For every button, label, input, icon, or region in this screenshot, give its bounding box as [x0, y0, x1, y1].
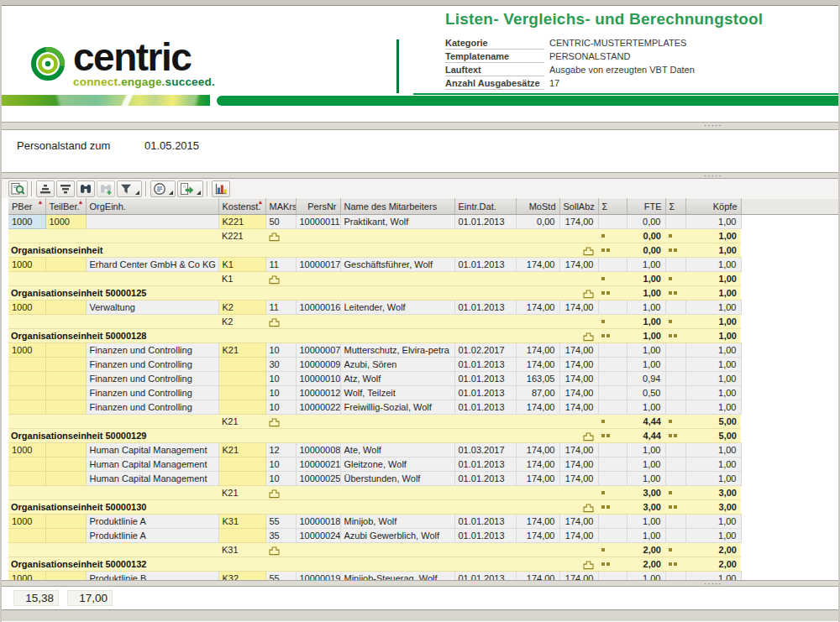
cell-mostd[interactable]: 174,00: [516, 515, 559, 529]
cell-persnr[interactable]: 10000007: [296, 343, 340, 358]
cell-persnr[interactable]: 10000012: [296, 386, 340, 400]
cell-s2[interactable]: [665, 372, 685, 386]
cell-s1[interactable]: [598, 543, 627, 557]
cell-orgeinh[interactable]: Produktlinie B: [86, 572, 218, 581]
cell-fte[interactable]: 1,00: [627, 272, 665, 286]
cell-sollabz[interactable]: 174,00: [559, 515, 598, 529]
cell-s2[interactable]: [665, 515, 685, 529]
chart-button[interactable]: [212, 180, 230, 197]
cell-fte[interactable]: 1,00: [627, 472, 665, 486]
cell-s2[interactable]: [665, 486, 685, 500]
cell-koepfe[interactable]: 1,00: [685, 286, 741, 301]
cell-name[interactable]: Mutterschutz, Elvira-petra: [340, 343, 454, 358]
subtotal-spacer[interactable]: [296, 229, 598, 243]
cell-mostd[interactable]: 174,00: [516, 301, 559, 315]
cell-fte[interactable]: 0,00: [627, 215, 665, 229]
cell-fte[interactable]: 3,00: [627, 486, 665, 500]
cell-makrs[interactable]: 10: [265, 457, 296, 472]
cell-kostenst[interactable]: K31: [218, 515, 265, 529]
cell-pber[interactable]: [8, 372, 45, 386]
cell-fte[interactable]: 1,00: [627, 329, 665, 343]
cell-s2[interactable]: [665, 272, 685, 286]
cell-koepfe[interactable]: 1,00: [685, 243, 741, 258]
cell-teilber[interactable]: [45, 343, 86, 358]
cell-s2[interactable]: [665, 557, 685, 572]
column-header-s1[interactable]: Σ: [598, 199, 627, 215]
cell-kostenst[interactable]: [218, 400, 265, 415]
cell-fte[interactable]: 1,00: [627, 457, 665, 472]
cell-persnr[interactable]: 10000021: [296, 457, 340, 472]
cell-s2[interactable]: [665, 415, 685, 429]
cell-s1[interactable]: [598, 229, 627, 243]
cell-persnr[interactable]: 10000018: [296, 515, 340, 529]
column-header-pber[interactable]: PBer▲: [8, 199, 45, 215]
cell-teilber[interactable]: [45, 572, 86, 581]
cell-sollabz[interactable]: 174,00: [559, 457, 598, 472]
cell-fte[interactable]: 1,00: [627, 315, 665, 329]
cell-mostd[interactable]: 174,00: [516, 472, 559, 486]
find-button[interactable]: [76, 180, 95, 197]
cell-eintrdat[interactable]: 01.01.2013: [454, 372, 516, 386]
group-label[interactable]: Organisationseinheit 50000132: [8, 557, 559, 572]
cell-koepfe[interactable]: 1,00: [685, 301, 741, 315]
cell-mostd[interactable]: 163,05: [516, 372, 559, 386]
cell-name[interactable]: Ate, Wolf: [340, 443, 454, 457]
cell-persnr[interactable]: 10000024: [296, 529, 340, 543]
cell-sollabz[interactable]: 174,00: [559, 372, 598, 386]
cell-mostd[interactable]: 174,00: [516, 443, 559, 457]
cell-koepfe[interactable]: 1,00: [685, 515, 741, 529]
subtotal-drilldown-icon[interactable]: [265, 272, 296, 286]
export-button[interactable]: [177, 180, 203, 197]
cell-sollabz[interactable]: 174,00: [559, 443, 598, 457]
cell-s1[interactable]: [598, 415, 627, 429]
subtotal-drilldown-icon[interactable]: [265, 486, 296, 500]
subtotal-spacer[interactable]: [296, 272, 598, 286]
cell-orgeinh[interactable]: Finanzen und Controlling: [86, 372, 218, 386]
cell-s1[interactable]: [598, 557, 627, 572]
cell-s2[interactable]: [665, 472, 685, 486]
cell-fte[interactable]: 0,50: [627, 386, 665, 400]
cell-eintrdat[interactable]: 01.01.2013: [454, 358, 516, 372]
cell-kostenst[interactable]: K1: [218, 272, 265, 286]
subtotal-drilldown-icon[interactable]: [265, 543, 296, 557]
sort-ascending-button[interactable]: [36, 180, 55, 197]
cell-teilber[interactable]: [45, 258, 86, 272]
dropdown-arrow-icon[interactable]: [135, 191, 139, 195]
cell-name[interactable]: Minijob, Wolf: [340, 515, 454, 529]
cell-name[interactable]: Gleitzone, Wolf: [340, 457, 454, 472]
subtotal-leading[interactable]: [8, 229, 218, 243]
cell-kostenst[interactable]: K32: [218, 572, 265, 581]
cell-fte[interactable]: 0,94: [627, 372, 665, 386]
cell-mostd[interactable]: 174,00: [516, 529, 559, 543]
cell-eintrdat[interactable]: 01.01.2013: [454, 515, 516, 529]
cell-teilber[interactable]: [45, 400, 86, 415]
cell-orgeinh[interactable]: Finanzen und Controlling: [86, 343, 218, 358]
cell-pber[interactable]: [8, 358, 45, 372]
cell-koepfe[interactable]: 1,00: [685, 343, 741, 358]
cell-persnr[interactable]: 10000017: [296, 258, 340, 272]
cell-koepfe[interactable]: 1,00: [685, 386, 741, 400]
cell-sollabz[interactable]: 174,00: [559, 301, 598, 315]
cell-name[interactable]: Wolf, Teilzeit: [340, 386, 454, 400]
cell-s1[interactable]: [598, 343, 627, 358]
cell-makrs[interactable]: 35: [265, 529, 296, 543]
column-header-koepfe[interactable]: Köpfe: [685, 199, 741, 215]
cell-s2[interactable]: [665, 443, 685, 457]
subtotal-leading[interactable]: [8, 543, 218, 557]
cell-teilber[interactable]: [45, 529, 86, 543]
cell-makrs[interactable]: 10: [265, 472, 296, 486]
cell-makrs[interactable]: 11: [265, 301, 296, 315]
group-label[interactable]: Organisationseinheit 50000129: [8, 429, 559, 443]
cell-pber[interactable]: 1000: [8, 258, 45, 272]
subtotal-leading[interactable]: [8, 415, 218, 429]
column-header-eintrdat[interactable]: Eintr.Dat.: [454, 199, 516, 215]
cell-orgeinh[interactable]: Produktlinie A: [86, 529, 218, 543]
cell-s2[interactable]: [665, 543, 685, 557]
cell-mostd[interactable]: 174,00: [516, 400, 559, 415]
details-button[interactable]: [8, 180, 28, 197]
cell-koepfe[interactable]: 1,00: [685, 315, 741, 329]
group-drilldown-icon[interactable]: [559, 243, 598, 258]
cell-s2[interactable]: [665, 457, 685, 472]
cell-persnr[interactable]: 10000009: [296, 358, 340, 372]
cell-s1[interactable]: [598, 315, 627, 329]
